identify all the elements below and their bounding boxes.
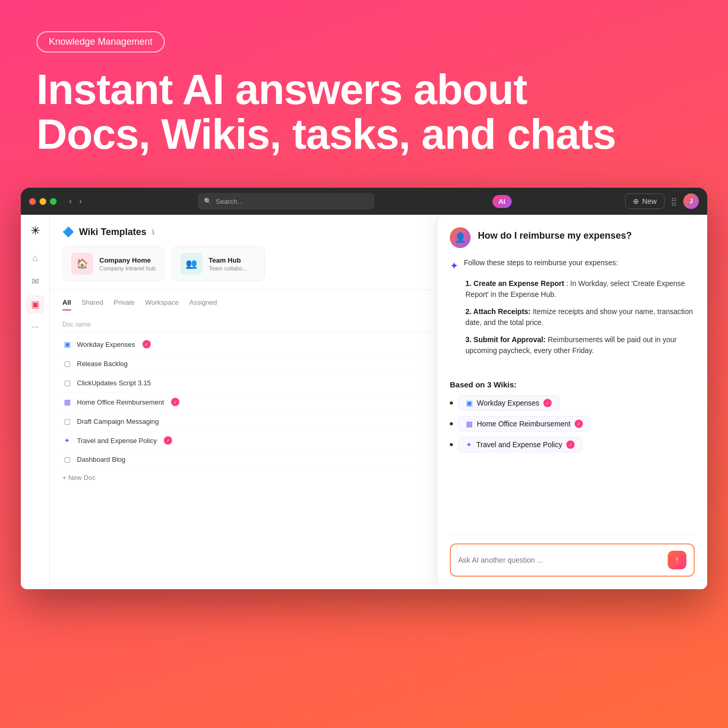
user-avatar-ai: 👤 (450, 227, 471, 248)
ai-question-text: How do I reimburse my expenses? (478, 227, 632, 241)
doc-check-homeoffice: ✓ (171, 398, 179, 406)
doc-icon-homeoffice: ▦ (62, 398, 72, 406)
doc-icon-click: ▢ (62, 379, 72, 387)
doc-name-dashboard: Dashboard Blog (77, 456, 125, 463)
doc-name-homeoffice: Home Office Reimbursement (77, 398, 164, 406)
doc-icon-travel: ✦ (62, 436, 72, 445)
bullet-1 (450, 401, 453, 405)
source-check-1: ✓ (543, 399, 552, 407)
new-label: New (642, 197, 657, 205)
new-doc-label: + New Doc (62, 474, 96, 482)
traffic-lights (29, 198, 57, 205)
step-3-label: 3. Submit for Approval: (465, 335, 545, 344)
app-logo[interactable]: ✳ (27, 222, 44, 240)
browser-titlebar: ‹ › 🔍 Search... AI ⊕ New ⣿ J (21, 188, 707, 215)
sources-header: Based on 3 Wikis: (450, 380, 695, 389)
step-1-label: 1. Create an Expense Report (465, 279, 564, 288)
ai-panel: 👤 How do I reimburse my expenses? ✦ Foll… (437, 215, 707, 589)
wiki-card-text-company: Company Home Company intranet hub (99, 256, 155, 271)
ai-response-intro: ✦ Follow these steps to reimburse your e… (450, 258, 695, 272)
wiki-card-subtitle-company: Company intranet hub (99, 265, 155, 271)
browser-actions: ⊕ New ⣿ J (625, 193, 699, 209)
step-2-label: 2. Attach Receipts: (465, 307, 531, 316)
doc-check-workday: ✓ (142, 340, 151, 348)
browser-search-bar[interactable]: 🔍 Search... (198, 193, 374, 210)
doc-name-backlog: Release Backlog (77, 360, 128, 368)
main-content: 🔷 Wiki Templates ℹ 🏠 Company Home Compan… (50, 215, 707, 589)
ai-input-field[interactable] (458, 556, 662, 564)
search-placeholder: Search... (216, 198, 243, 205)
hero-section: Knowledge Management Instant AI answers … (0, 0, 728, 188)
wiki-section-title: Wiki Templates (79, 227, 147, 238)
doc-name-click: ClickUpdates Script 3.15 (77, 379, 151, 387)
wiki-card-company-home[interactable]: 🏠 Company Home Company intranet hub (62, 246, 164, 281)
user-avatar[interactable]: J (683, 193, 699, 209)
tab-all[interactable]: All (62, 298, 71, 310)
ai-steps: 1. Create an Expense Report : In Workday… (465, 278, 695, 362)
minimize-button[interactable] (40, 198, 46, 205)
doc-icon-workday: ▣ (62, 340, 72, 348)
doc-name-travel: Travel and Expense Policy (77, 437, 157, 445)
source-link-2[interactable]: ▦ Home Office Reimbursement ✓ (458, 416, 591, 432)
source-link-3[interactable]: ✦ Travel and Expense Policy ✓ (458, 437, 582, 452)
doc-check-travel: ✓ (164, 436, 172, 445)
ai-step-3: 3. Submit for Approval: Reimbursements w… (465, 334, 695, 356)
tab-shared[interactable]: Shared (82, 298, 103, 310)
ai-input-area: ↑ (450, 535, 695, 577)
wiki-card-subtitle-team: Team collabo... (209, 265, 247, 271)
tab-private[interactable]: Private (114, 298, 135, 310)
source-icon-3: ✦ (466, 440, 472, 449)
doc-icon-dashboard: ▢ (62, 455, 72, 463)
bullet-2 (450, 422, 453, 425)
new-icon: ⊕ (633, 197, 639, 205)
info-icon: ℹ (152, 228, 154, 236)
source-check-2: ✓ (575, 420, 583, 428)
ai-step-2: 2. Attach Receipts: Itemize receipts and… (465, 306, 695, 328)
back-arrow[interactable]: ‹ (67, 196, 74, 207)
ai-step-1: 1. Create an Expense Report : In Workday… (465, 278, 695, 300)
ai-send-button[interactable]: ↑ (668, 551, 686, 569)
wiki-card-thumb-team: 👥 (180, 253, 202, 275)
sidebar-item-more[interactable]: ··· (26, 318, 45, 336)
avatar-letter: J (690, 198, 693, 205)
ai-sources: Based on 3 Wikis: ▣ Workday Expenses ✓ ▦ (450, 380, 695, 458)
browser-content: ✳ ⌂ ✉ ▣ ··· 🔷 Wiki Templates ℹ 🏠 (21, 215, 707, 589)
sidebar-item-docs[interactable]: ▣ (26, 295, 45, 314)
wiki-card-text-team: Team Hub Team collabo... (209, 256, 247, 271)
doc-icon-campaign: ▢ (62, 417, 72, 425)
app-sidebar: ✳ ⌂ ✉ ▣ ··· (21, 215, 50, 589)
wiki-card-title-company: Company Home (99, 256, 155, 264)
doc-icon-backlog: ▢ (62, 359, 72, 368)
new-button[interactable]: ⊕ New (625, 193, 665, 209)
wiki-card-thumb-company: 🏠 (71, 253, 93, 275)
avatar-face: 👤 (454, 232, 466, 243)
nav-arrows: ‹ › (67, 196, 84, 207)
tab-assigned[interactable]: Assigned (189, 298, 217, 310)
sidebar-item-inbox[interactable]: ✉ (26, 272, 45, 291)
source-icon-1: ▣ (466, 399, 473, 407)
source-name-3: Travel and Expense Policy (476, 440, 562, 449)
source-link-1[interactable]: ▣ Workday Expenses ✓ (458, 395, 560, 411)
source-item-1[interactable]: ▣ Workday Expenses ✓ (450, 395, 695, 411)
source-name-1: Workday Expenses (477, 399, 539, 407)
hero-title: Instant AI answers about Docs, Wikis, ta… (36, 67, 692, 157)
ai-input-wrapper: ↑ (450, 543, 695, 577)
close-button[interactable] (29, 198, 36, 205)
col-header-name: Doc name (62, 321, 91, 328)
send-icon: ↑ (675, 555, 679, 565)
sidebar-item-home[interactable]: ⌂ (26, 249, 45, 268)
search-icon: 🔍 (204, 198, 212, 205)
forward-arrow[interactable]: › (77, 196, 84, 207)
sparkle-icon: ✦ (450, 259, 459, 272)
ai-badge[interactable]: AI (492, 195, 512, 208)
grid-icon[interactable]: ⣿ (671, 197, 677, 206)
source-item-2[interactable]: ▦ Home Office Reimbursement ✓ (450, 416, 695, 432)
source-icon-2: ▦ (466, 420, 473, 428)
source-check-3: ✓ (566, 440, 575, 449)
bullet-3 (450, 443, 453, 446)
tab-workspace[interactable]: Workspace (145, 298, 179, 310)
maximize-button[interactable] (50, 198, 57, 205)
wiki-section-icon: 🔷 (62, 226, 74, 238)
source-item-3[interactable]: ✦ Travel and Expense Policy ✓ (450, 437, 695, 452)
wiki-card-team-hub[interactable]: 👥 Team Hub Team collabo... (172, 246, 265, 281)
